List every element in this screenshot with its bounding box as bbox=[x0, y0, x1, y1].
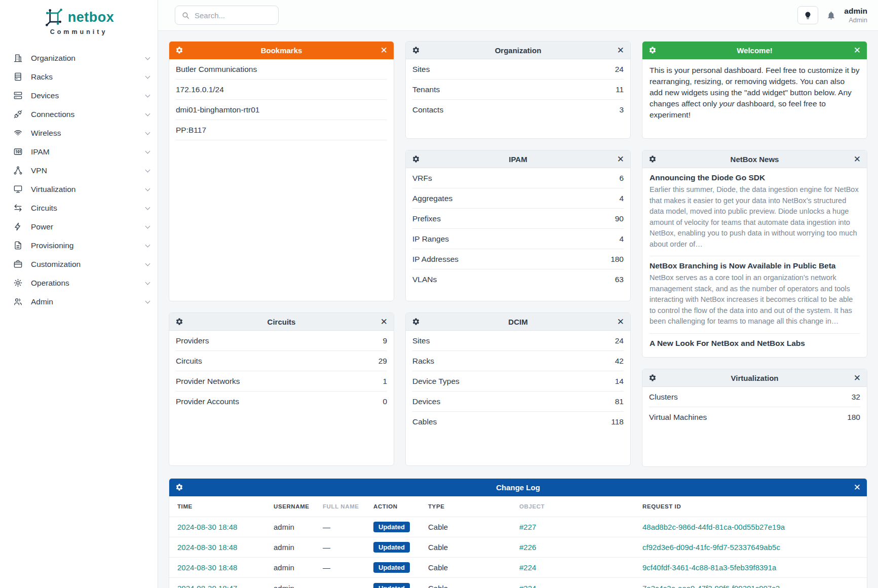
sidebar-item-wireless[interactable]: Wireless bbox=[0, 124, 158, 142]
bookmark-item[interactable]: dmi01-binghamton-rtr01 bbox=[176, 100, 387, 120]
close-icon[interactable]: ✕ bbox=[617, 318, 624, 326]
change-request-id-link[interactable]: 48ad8b2c-986d-44fd-81ca-00d55b27e19a bbox=[642, 523, 859, 531]
close-icon[interactable]: ✕ bbox=[617, 155, 624, 164]
topbar: admin Admin bbox=[158, 0, 878, 31]
close-icon[interactable]: ✕ bbox=[854, 155, 861, 164]
stat-label: Cables bbox=[412, 417, 437, 426]
column-header-action[interactable]: ACTION bbox=[373, 503, 428, 509]
brand[interactable]: netbox Community bbox=[0, 7, 158, 35]
close-icon[interactable]: ✕ bbox=[854, 46, 861, 55]
change-time-link[interactable]: 2024-08-30 18:48 bbox=[177, 523, 274, 531]
bookmarks-widget-header: Bookmarks ✕ bbox=[169, 42, 394, 59]
change-object-link[interactable]: #227 bbox=[519, 523, 642, 531]
change-object-link[interactable]: #226 bbox=[519, 543, 642, 552]
search-input[interactable] bbox=[195, 11, 272, 20]
bookmark-link[interactable]: dmi01-binghamton-rtr01 bbox=[176, 105, 259, 114]
change-object-link[interactable]: #224 bbox=[519, 563, 642, 572]
user-menu[interactable]: admin Admin bbox=[844, 7, 867, 24]
gear-icon[interactable] bbox=[648, 155, 657, 163]
sidebar-item-devices[interactable]: Devices bbox=[0, 86, 158, 105]
close-icon[interactable]: ✕ bbox=[617, 46, 624, 55]
gear-icon[interactable] bbox=[412, 46, 420, 54]
close-icon[interactable]: ✕ bbox=[380, 46, 388, 55]
stat-value[interactable]: 118 bbox=[611, 417, 624, 426]
stat-value[interactable]: 42 bbox=[615, 357, 624, 366]
stat-value[interactable]: 9 bbox=[383, 336, 387, 345]
change-request-id-link[interactable]: 9cf40fdf-3461-4c88-81a3-5feb39f8391a bbox=[642, 563, 859, 572]
column-header-time[interactable]: TIME bbox=[177, 503, 274, 509]
sidebar-item-racks[interactable]: Racks bbox=[0, 67, 158, 86]
theme-toggle-button[interactable] bbox=[797, 6, 818, 24]
stat-value[interactable]: 180 bbox=[610, 255, 624, 264]
column-header-type[interactable]: TYPE bbox=[428, 503, 519, 509]
column-header-request-id[interactable]: REQUEST ID bbox=[642, 503, 859, 509]
sidebar-item-operations[interactable]: Operations bbox=[0, 273, 158, 292]
change-time-link[interactable]: 2024-08-30 18:47 bbox=[177, 584, 274, 588]
news-item-title[interactable]: NetBox Branching is Now Available in Pub… bbox=[650, 261, 860, 270]
gear-icon[interactable] bbox=[175, 483, 183, 491]
close-icon[interactable]: ✕ bbox=[380, 318, 388, 326]
news-item-title[interactable]: A New Look For NetBox and NetBox Labs bbox=[650, 339, 860, 348]
news-item-title[interactable]: Announcing the Diode Go SDK bbox=[650, 173, 860, 182]
column-header-object[interactable]: OBJECT bbox=[519, 503, 642, 509]
close-icon[interactable]: ✕ bbox=[854, 483, 861, 492]
column-header-full-name[interactable]: FULL NAME bbox=[323, 503, 373, 509]
stat-value[interactable]: 32 bbox=[852, 393, 860, 402]
stat-value[interactable]: 6 bbox=[619, 174, 624, 183]
bookmark-link[interactable]: Butler Communications bbox=[176, 65, 257, 74]
sidebar-item-circuits[interactable]: Circuits bbox=[0, 199, 158, 217]
stat-row: Clusters32 bbox=[649, 387, 860, 407]
gear-icon[interactable] bbox=[175, 318, 183, 326]
sidebar-item-virtualization[interactable]: Virtualization bbox=[0, 180, 158, 199]
change-time-link[interactable]: 2024-08-30 18:48 bbox=[177, 543, 274, 552]
sidebar-item-customization[interactable]: Customization bbox=[0, 255, 158, 273]
stat-value[interactable]: 24 bbox=[615, 336, 624, 345]
sidebar-item-organization[interactable]: Organization bbox=[0, 49, 158, 67]
change-request-id-link[interactable]: 7a3c4c3a-aaa9-47f2-99f6-f99301c907c2 bbox=[642, 584, 859, 588]
bookmark-link[interactable]: 172.16.0.1/24 bbox=[176, 85, 224, 94]
stat-value[interactable]: 0 bbox=[383, 397, 387, 406]
search-box[interactable] bbox=[175, 6, 279, 25]
gear-icon[interactable] bbox=[412, 318, 420, 326]
widget-title: Bookmarks bbox=[261, 46, 302, 55]
change-log-row: 2024-08-30 18:48 admin — Updated Cable #… bbox=[169, 537, 867, 558]
gear-icon[interactable] bbox=[175, 46, 183, 54]
bookmark-item[interactable]: 172.16.0.1/24 bbox=[176, 80, 387, 100]
bookmark-item[interactable]: Butler Communications bbox=[176, 59, 387, 80]
stat-value[interactable]: 90 bbox=[615, 214, 624, 223]
stat-value[interactable]: 3 bbox=[619, 105, 624, 114]
sidebar-item-connections[interactable]: Connections bbox=[0, 105, 158, 124]
change-log-header-row: TIME USERNAME FULL NAME ACTION TYPE OBJE… bbox=[169, 496, 867, 517]
stat-value[interactable]: 11 bbox=[616, 85, 624, 94]
column-header-username[interactable]: USERNAME bbox=[274, 503, 323, 509]
stat-value[interactable]: 1 bbox=[383, 377, 387, 386]
bookmark-item[interactable]: PP:B117 bbox=[176, 120, 387, 140]
sidebar-item-provisioning[interactable]: Provisioning bbox=[0, 236, 158, 255]
change-object-link[interactable]: #224 bbox=[519, 584, 642, 588]
stat-value[interactable]: 180 bbox=[847, 413, 860, 422]
gear-icon[interactable] bbox=[648, 374, 657, 382]
binary-icon bbox=[13, 147, 23, 156]
notifications-button[interactable] bbox=[826, 11, 836, 20]
close-icon[interactable]: ✕ bbox=[854, 374, 861, 382]
sidebar-item-vpn[interactable]: VPN bbox=[0, 161, 158, 180]
stat-row: Sites24 bbox=[412, 59, 624, 80]
sidebar-item-admin[interactable]: Admin bbox=[0, 292, 158, 311]
stat-value[interactable]: 14 bbox=[615, 377, 624, 386]
gear-icon[interactable] bbox=[648, 46, 657, 54]
plug-icon bbox=[13, 109, 23, 119]
stat-value[interactable]: 24 bbox=[615, 65, 624, 74]
action-badge: Updated bbox=[373, 583, 410, 588]
bookmark-link[interactable]: PP:B117 bbox=[176, 126, 206, 135]
stat-value[interactable]: 63 bbox=[615, 275, 624, 284]
sidebar-item-power[interactable]: Power bbox=[0, 217, 158, 236]
change-time-link[interactable]: 2024-08-30 18:48 bbox=[177, 563, 274, 572]
stat-label: IP Ranges bbox=[412, 234, 449, 244]
gear-icon[interactable] bbox=[412, 155, 420, 163]
stat-value[interactable]: 29 bbox=[378, 357, 387, 366]
change-request-id-link[interactable]: cf92d3e6-d09d-41fc-9fd7-52337649ab5c bbox=[642, 543, 859, 552]
stat-value[interactable]: 4 bbox=[619, 194, 624, 203]
stat-value[interactable]: 81 bbox=[615, 397, 624, 406]
stat-value[interactable]: 4 bbox=[619, 234, 624, 244]
sidebar-item-ipam[interactable]: IPAM bbox=[0, 142, 158, 161]
